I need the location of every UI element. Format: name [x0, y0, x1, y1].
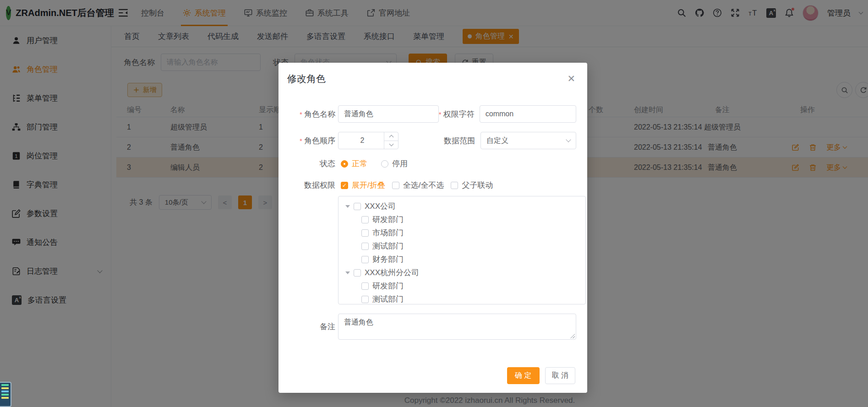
tree-node[interactable]: 测试部门 [338, 293, 585, 304]
checkbox-unchecked-icon[interactable] [361, 256, 369, 263]
role-name-field-value: 普通角色 [344, 109, 373, 119]
radio-disabled[interactable]: 停用 [381, 158, 408, 169]
radio-unchecked-icon [381, 160, 388, 168]
checkbox-checked-icon: ✓ [341, 182, 348, 189]
tree-node[interactable]: 市场部门 [338, 226, 585, 239]
checkbox-unchecked-icon[interactable] [354, 203, 361, 210]
checkbox-unchecked-icon[interactable] [361, 282, 369, 290]
edit-role-form: 角色名称 普通角色 权限字符 common 角色顺序 2 数据范围 自定义 [287, 105, 576, 340]
caret-down-icon[interactable] [345, 271, 350, 274]
checkbox-unchecked-icon[interactable] [354, 269, 361, 277]
expand-collapse-label: 展开/折叠 [352, 180, 385, 190]
checkbox-unchecked-icon[interactable] [361, 216, 369, 223]
form-row-perm: 数据权限 ✓ 展开/折叠 全选/全不选 父子联动 [287, 180, 576, 190]
radio-checked-icon [341, 160, 348, 168]
caret-down-icon[interactable] [345, 205, 350, 208]
perm-checkbox-group: ✓ 展开/折叠 全选/全不选 父子联动 [341, 180, 493, 190]
tree-node-label: XXX公司 [365, 201, 396, 212]
data-scope-value: 自定义 [486, 136, 508, 146]
radio-normal-label: 正常 [352, 158, 367, 169]
checkbox-expand-collapse[interactable]: ✓ 展开/折叠 [341, 180, 385, 190]
select-all-label: 全选/全不选 [403, 180, 444, 190]
stepper-up-button[interactable] [384, 132, 398, 141]
role-key-field-label: 权限字符 [439, 109, 474, 119]
modal-title: 修改角色 [287, 72, 576, 85]
stepper-controls [384, 132, 398, 149]
radio-normal[interactable]: 正常 [341, 158, 367, 169]
tree-node-label: 测试部门 [372, 294, 404, 304]
tree-node-label: 财务部门 [372, 254, 404, 265]
role-key-field[interactable]: common [480, 105, 576, 123]
tree-node[interactable]: 财务部门 [338, 253, 585, 266]
status-radio-group: 正常 停用 [341, 158, 408, 169]
stepper-down-button[interactable] [384, 141, 398, 149]
tree-node-label: 测试部门 [372, 241, 404, 251]
form-row-1: 角色名称 普通角色 权限字符 common [287, 105, 576, 123]
role-name-field[interactable]: 普通角色 [338, 105, 439, 123]
tree-node[interactable]: XXX公司 [338, 200, 585, 213]
edit-role-modal: 修改角色 ✕ 角色名称 普通角色 权限字符 common 角色顺序 2 数据范围 [278, 63, 587, 393]
tree-node-label: 研发部门 [372, 281, 404, 291]
checkbox-unchecked-icon[interactable] [361, 229, 369, 237]
close-icon[interactable]: ✕ [567, 74, 575, 83]
resize-grip-icon[interactable] [570, 334, 575, 338]
checkbox-unchecked-icon[interactable] [361, 243, 369, 250]
cancel-button[interactable]: 取 消 [545, 367, 575, 384]
checkbox-unchecked-icon [392, 182, 399, 189]
tree-node-label: 市场部门 [372, 228, 404, 238]
form-row-remark: 备注 普通角色 [287, 314, 576, 340]
form-row-2: 角色顺序 2 数据范围 自定义 [287, 132, 576, 149]
tree-node[interactable]: 测试部门 [338, 239, 585, 253]
department-tree: XXX公司研发部门市场部门测试部门财务部门XXX杭州分公司研发部门测试部门 [338, 196, 586, 304]
devtools-widget[interactable] [0, 382, 11, 407]
tree-node-label: XXX杭州分公司 [365, 267, 419, 278]
radio-disabled-label: 停用 [392, 158, 408, 169]
tree-node-label: 研发部门 [372, 214, 404, 225]
status-field-label: 状态 [287, 158, 335, 169]
remark-value: 普通角色 [344, 318, 373, 326]
tree-node[interactable]: 研发部门 [338, 279, 585, 293]
role-order-stepper[interactable]: 2 [338, 132, 399, 149]
data-perm-label: 数据权限 [287, 180, 335, 190]
checkbox-unchecked-icon [451, 182, 458, 189]
tree-node[interactable]: 研发部门 [338, 213, 585, 226]
checkbox-parent-child-link[interactable]: 父子联动 [451, 180, 493, 190]
role-key-field-value: common [486, 110, 513, 118]
tree-node[interactable]: XXX杭州分公司 [338, 266, 585, 279]
remark-textarea[interactable]: 普通角色 [338, 314, 576, 340]
data-scope-select[interactable]: 自定义 [480, 132, 576, 149]
checkbox-select-all[interactable]: 全选/全不选 [392, 180, 444, 190]
parent-child-link-label: 父子联动 [462, 180, 493, 190]
role-order-value: 2 [360, 136, 365, 145]
app-root: V ZRAdmin.NET后台管理 控制台系统管理系统监控系统工具官网地址 TT… [0, 0, 868, 407]
remark-field-label: 备注 [287, 321, 335, 332]
chevron-down-icon [566, 137, 571, 142]
checkbox-unchecked-icon[interactable] [361, 296, 369, 303]
form-row-status: 状态 正常 停用 [287, 158, 576, 169]
role-name-field-label: 角色名称 [287, 109, 335, 119]
role-order-field-label: 角色顺序 [287, 136, 335, 146]
modal-footer: 确 定 取 消 [278, 367, 575, 384]
confirm-button[interactable]: 确 定 [507, 367, 539, 384]
data-scope-label: 数据范围 [399, 136, 475, 146]
